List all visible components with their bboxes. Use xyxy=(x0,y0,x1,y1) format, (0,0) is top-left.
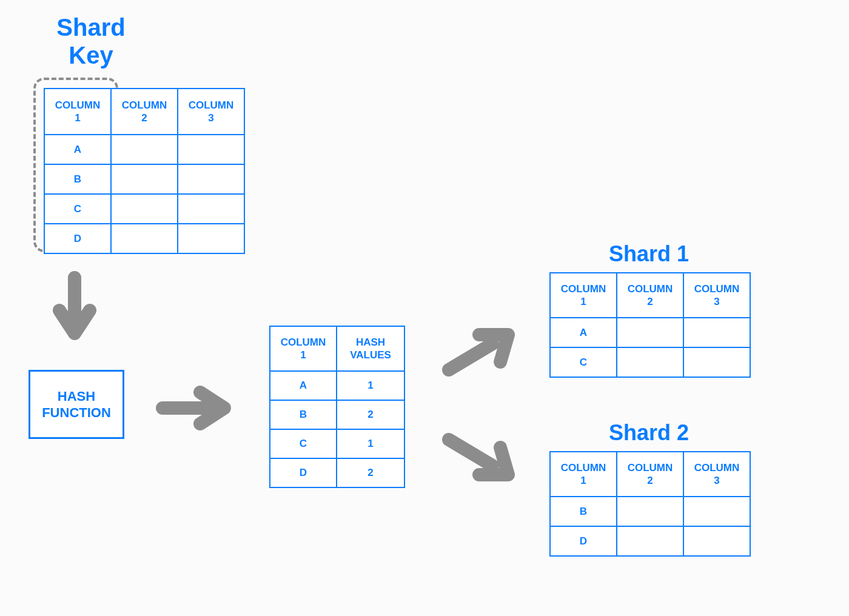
table-row: C xyxy=(550,347,750,377)
column-header: COLUMN2 xyxy=(617,452,683,497)
table-cell: B xyxy=(550,497,617,526)
column-header: COLUMN1 xyxy=(550,273,617,318)
table-cell xyxy=(683,497,750,526)
table-cell xyxy=(111,224,178,253)
column-header: COLUMN3 xyxy=(683,452,750,497)
arrow-down-icon xyxy=(53,273,96,346)
table-cell xyxy=(178,224,244,253)
shard2-title: Shard 2 xyxy=(564,420,734,446)
shard-key-title: ShardKey xyxy=(30,13,152,69)
table-cell xyxy=(617,497,683,526)
table-row: A xyxy=(44,135,244,164)
column-header: COLUMN1 xyxy=(44,89,111,135)
table-row: D xyxy=(44,224,244,253)
table-cell xyxy=(111,135,178,164)
column-header: COLUMN2 xyxy=(617,273,683,318)
column-header: COLUMN1 xyxy=(270,326,337,371)
column-header: HASHVALUES xyxy=(337,326,404,371)
table-row: A1 xyxy=(270,371,404,400)
shard2-table: COLUMN1COLUMN2COLUMN3BD xyxy=(549,451,751,557)
table-cell xyxy=(178,164,244,194)
table-row: C1 xyxy=(270,429,404,458)
table-cell: A xyxy=(44,135,111,164)
table-cell xyxy=(178,135,244,164)
table-row: B xyxy=(44,164,244,194)
table-cell xyxy=(617,526,683,556)
table-cell: D xyxy=(270,458,337,487)
table-row: B2 xyxy=(270,400,404,429)
table-cell: 1 xyxy=(337,371,404,400)
table-row: A xyxy=(550,318,750,347)
table-cell: 2 xyxy=(337,400,404,429)
table-cell xyxy=(111,194,178,224)
table-cell: A xyxy=(550,318,617,347)
hash-values-table: COLUMN1HASHVALUESA1B2C1D2 xyxy=(269,326,405,488)
table-cell xyxy=(683,347,750,377)
table-cell xyxy=(683,318,750,347)
table-cell: C xyxy=(270,429,337,458)
table-cell: C xyxy=(550,347,617,377)
arrow-upright-icon xyxy=(443,324,522,385)
table-row: D xyxy=(550,526,750,556)
column-header: COLUMN2 xyxy=(111,89,178,135)
arrow-downright-icon xyxy=(443,424,522,485)
table-cell xyxy=(111,164,178,194)
table-cell: A xyxy=(270,371,337,400)
table-row: D2 xyxy=(270,458,404,487)
hash-function-box: HASHFUNCTION xyxy=(29,370,124,439)
shard1-table: COLUMN1COLUMN2COLUMN3AC xyxy=(549,272,751,378)
table-cell: B xyxy=(270,400,337,429)
table-cell: 2 xyxy=(337,458,404,487)
table-row: B xyxy=(550,497,750,526)
shard1-title: Shard 1 xyxy=(564,241,734,267)
column-header: COLUMN3 xyxy=(683,273,750,318)
table-cell xyxy=(617,347,683,377)
table-cell: D xyxy=(44,224,111,253)
table-cell: C xyxy=(44,194,111,224)
table-cell: B xyxy=(44,164,111,194)
table-cell xyxy=(683,526,750,556)
column-header: COLUMN1 xyxy=(550,452,617,497)
arrow-right-icon xyxy=(158,384,237,432)
column-header: COLUMN3 xyxy=(178,89,244,135)
table-cell xyxy=(617,318,683,347)
table-cell: 1 xyxy=(337,429,404,458)
table-row: C xyxy=(44,194,244,224)
table-cell xyxy=(178,194,244,224)
source-table: COLUMN1COLUMN2COLUMN3ABCD xyxy=(44,88,245,254)
table-cell: D xyxy=(550,526,617,556)
